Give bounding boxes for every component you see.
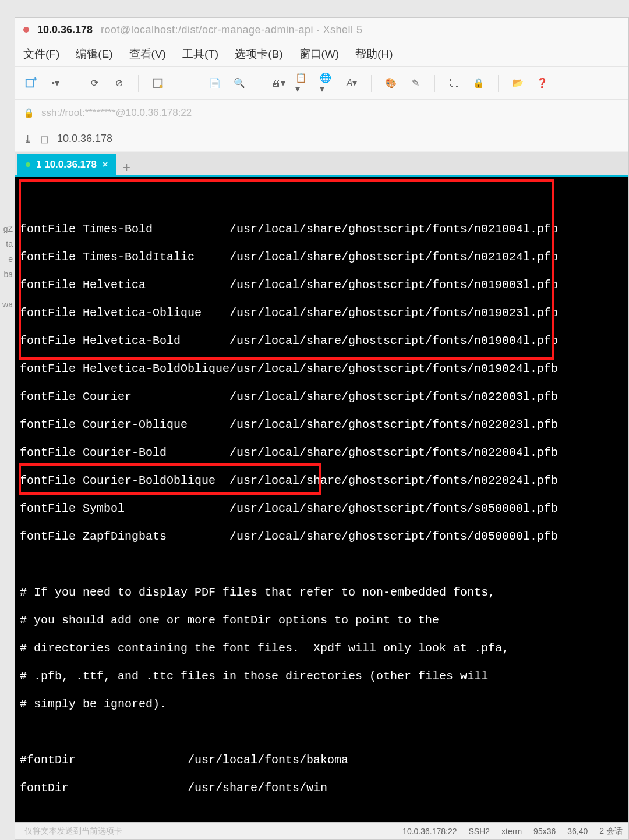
- properties-icon[interactable]: [150, 76, 165, 91]
- bookmark-bar: ⤓ ◻ 10.0.36.178: [15, 126, 628, 152]
- svg-point-4: [160, 84, 163, 88]
- separator: [75, 75, 75, 92]
- highlight-icon[interactable]: ✎: [408, 76, 423, 91]
- status-hint: 仅将文本发送到当前选项卡: [21, 826, 391, 837]
- comment-line: # .pfb, .ttf, and .ttc files in those di…: [20, 669, 624, 683]
- comment-line: # you should add one or more fontDir opt…: [20, 614, 624, 628]
- new-tab-button[interactable]: +: [116, 160, 137, 175]
- close-tab-icon[interactable]: ×: [103, 160, 108, 170]
- title-bar: 10.0.36.178 root@localhost:/dist/ocr-man…: [15, 18, 628, 41]
- font-line: fontFile Courier-Oblique/usr/local/share…: [20, 418, 624, 432]
- menu-file[interactable]: 文件(F): [23, 47, 59, 62]
- status-sessions: 2 会话: [599, 826, 623, 837]
- tab-label: 1 10.0.36.178: [36, 159, 97, 171]
- font-line: fontFile Times-Bold/usr/local/share/ghos…: [20, 222, 624, 236]
- font-line: fontFile ZapfDingbats/usr/local/share/gh…: [20, 530, 624, 544]
- copy-icon[interactable]: 📄: [207, 76, 222, 91]
- font-line: fontFile Symbol/usr/local/share/ghostscr…: [20, 502, 624, 516]
- fullscreen-icon[interactable]: ⛶: [447, 76, 462, 91]
- help-icon[interactable]: ❓: [535, 76, 550, 91]
- fontdir-comment: #fontDir /usr/local/fonts/bakoma: [20, 753, 624, 767]
- modified-dot-icon: [23, 27, 29, 33]
- menu-view[interactable]: 查看(V): [129, 47, 166, 62]
- font-line: fontFile Helvetica/usr/local/share/ghost…: [20, 278, 624, 292]
- comment-line: # simply be ignored).: [20, 697, 624, 711]
- transfer-icon[interactable]: 📂: [510, 76, 525, 91]
- tab-strip: 1 10.0.36.178 × +: [15, 152, 628, 175]
- menu-tabs[interactable]: 选项卡(B): [235, 47, 282, 62]
- bookmark-icon[interactable]: ◻: [40, 133, 49, 146]
- font-line: fontFile Courier-BoldOblique/usr/local/s…: [20, 474, 624, 488]
- address-bar: 🔒 ssh://root:********@10.0.36.178:22: [15, 100, 628, 126]
- font-line: fontFile Courier/usr/local/share/ghostsc…: [20, 390, 624, 404]
- title-path: root@localhost:/dist/ocr-manage-admin-ap…: [101, 24, 362, 36]
- font-dropdown-icon[interactable]: A▾: [344, 76, 359, 91]
- bookmark-host[interactable]: 10.0.36.178: [57, 133, 112, 145]
- reconnect-icon[interactable]: ⟳: [87, 76, 102, 91]
- comment-line: # If you need to display PDF files that …: [20, 586, 624, 600]
- menu-window[interactable]: 窗口(W): [299, 47, 340, 62]
- status-bar: 仅将文本发送到当前选项卡 10.0.36.178:22 SSH2 xterm 9…: [15, 822, 628, 839]
- status-ssh: SSH2: [469, 827, 490, 836]
- separator: [434, 75, 435, 92]
- new-session-icon[interactable]: [23, 76, 38, 91]
- connected-dot-icon: [26, 162, 30, 167]
- color-scheme-icon[interactable]: 🎨: [383, 76, 398, 91]
- app-window: 10.0.36.178 root@localhost:/dist/ocr-man…: [15, 17, 629, 840]
- comment-line: # directories containing the font files.…: [20, 641, 624, 655]
- address-text[interactable]: ssh://root:********@10.0.36.178:22: [41, 107, 192, 119]
- font-line: fontFile Helvetica-Bold/usr/local/share/…: [20, 334, 624, 348]
- svg-rect-0: [26, 79, 34, 87]
- separator: [371, 75, 372, 92]
- title-host: 10.0.36.178: [37, 24, 93, 36]
- status-term: xterm: [501, 827, 522, 836]
- disconnect-icon[interactable]: ⊘: [111, 76, 126, 91]
- background-fragment: gZ ta e ba wa: [0, 221, 15, 312]
- print-dropdown-icon[interactable]: 🖨▾: [271, 76, 286, 91]
- status-cursor: 36,40: [567, 827, 588, 836]
- terminal-output[interactable]: fontFile Times-Bold/usr/local/share/ghos…: [15, 175, 628, 822]
- encoding-dropdown-icon[interactable]: 🌐▾: [320, 76, 335, 91]
- font-line: fontFile Helvetica-Oblique/usr/local/sha…: [20, 306, 624, 320]
- separator: [138, 75, 139, 92]
- separator: [259, 75, 259, 92]
- font-line: fontFile Courier-Bold/usr/local/share/gh…: [20, 446, 624, 460]
- find-icon[interactable]: 🔍: [232, 76, 247, 91]
- separator: [498, 75, 499, 92]
- menu-edit[interactable]: 编辑(E): [76, 47, 112, 62]
- status-prompt: 10.0.36.178:22: [402, 827, 457, 836]
- menu-tools[interactable]: 工具(T): [182, 47, 218, 62]
- session-tab[interactable]: 1 10.0.36.178 ×: [17, 154, 116, 175]
- font-line: fontFile Times-BoldItalic/usr/local/shar…: [20, 250, 624, 264]
- status-size: 95x36: [533, 827, 556, 836]
- lock-small-icon: 🔒: [23, 108, 34, 118]
- menu-help[interactable]: 帮助(H): [355, 47, 393, 62]
- paste-dropdown-icon[interactable]: 📋▾: [295, 76, 310, 91]
- highlight-box-fonts: [19, 179, 554, 360]
- fontdir-active: fontDir /usr/share/fonts/win: [20, 781, 624, 795]
- lock-icon[interactable]: 🔒: [471, 76, 486, 91]
- add-bookmark-icon[interactable]: ⤓: [23, 133, 32, 146]
- font-line: fontFile Helvetica-BoldOblique/usr/local…: [20, 362, 624, 376]
- menu-bar: 文件(F) 编辑(E) 查看(V) 工具(T) 选项卡(B) 窗口(W) 帮助(…: [15, 41, 628, 67]
- open-dropdown-icon[interactable]: ▪▾: [48, 76, 63, 91]
- toolbar: ▪▾ ⟳ ⊘ 📄 🔍 🖨▾ 📋▾ 🌐▾ A▾ 🎨 ✎ ⛶ 🔒 📂 ❓: [15, 67, 628, 100]
